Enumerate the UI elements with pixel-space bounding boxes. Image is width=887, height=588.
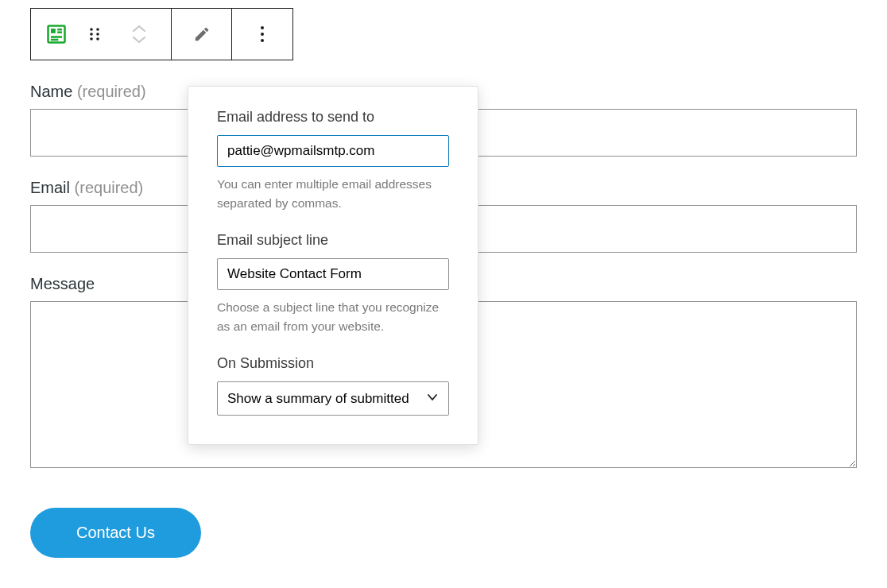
toolbar-edit-cell	[172, 9, 232, 60]
chevron-down-icon[interactable]	[130, 34, 148, 45]
block-toolbar	[30, 8, 293, 60]
drag-handle-icon[interactable]	[83, 18, 106, 50]
svg-point-6	[90, 28, 93, 31]
subject-input[interactable]	[217, 258, 449, 290]
pencil-icon[interactable]	[186, 18, 218, 50]
name-required: (required)	[77, 83, 146, 100]
svg-point-12	[261, 26, 264, 29]
svg-rect-1	[51, 29, 56, 33]
email-label-text: Email	[30, 179, 70, 196]
email-to-input[interactable]	[217, 135, 449, 167]
svg-point-8	[90, 33, 93, 36]
subject-field: Email subject line Choose a subject line…	[217, 232, 449, 336]
svg-point-14	[261, 39, 264, 42]
toolbar-group-block	[31, 9, 172, 60]
svg-point-13	[261, 33, 264, 36]
email-required: (required)	[75, 179, 144, 196]
contact-us-button[interactable]: Contact Us	[30, 508, 201, 558]
svg-point-11	[96, 37, 99, 41]
form-settings-popover: Email address to send to You can enter m…	[188, 86, 478, 445]
subject-help: Choose a subject line that you recognize…	[217, 298, 449, 336]
email-to-field: Email address to send to You can enter m…	[217, 109, 449, 213]
subject-label: Email subject line	[217, 232, 449, 249]
form-block-icon[interactable]	[41, 18, 72, 50]
email-to-label: Email address to send to	[217, 109, 449, 126]
on-submission-select[interactable]: Show a summary of submitted	[217, 381, 449, 416]
svg-point-9	[96, 33, 99, 36]
on-submission-label: On Submission	[217, 355, 449, 372]
email-to-help: You can enter multiple email addresses s…	[217, 175, 449, 213]
move-up-down[interactable]	[117, 23, 161, 45]
chevron-up-icon[interactable]	[130, 23, 148, 34]
svg-point-7	[96, 28, 99, 31]
name-label-text: Name	[30, 83, 72, 100]
more-options-icon[interactable]	[246, 18, 278, 50]
svg-point-10	[90, 37, 93, 41]
toolbar-more-cell	[232, 9, 292, 60]
on-submission-field: On Submission Show a summary of submitte…	[217, 355, 449, 416]
